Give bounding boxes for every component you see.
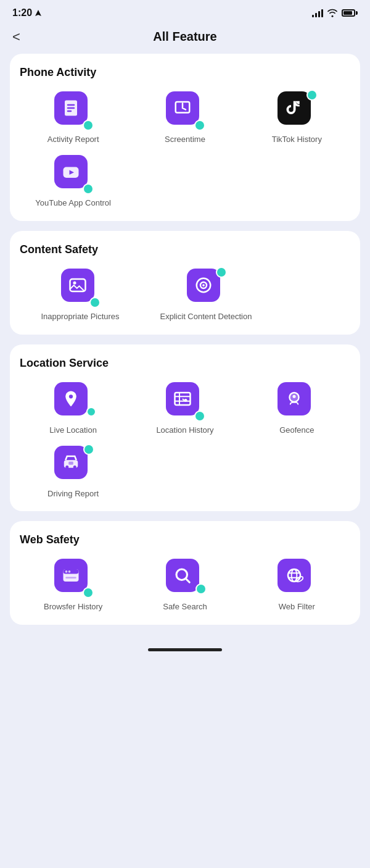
safe-search-label: Safe Search [163,602,207,612]
content-safety-card: Content Safety Inappropriate Pictures [10,231,360,335]
feature-item-browser-history[interactable]: Browsfer History [20,559,126,612]
inappropriate-pictures-icon [68,276,87,294]
geofence-icon [285,390,303,408]
wifi-icon [327,9,338,17]
safe-search-icon [173,566,192,585]
svg-rect-1 [67,104,75,106]
location-service-card: Location Service Live Location [10,344,360,512]
driving-report-icon-wrap [54,446,92,484]
signal-bars-icon [312,9,323,17]
safe-search-accent [195,583,207,595]
battery-icon [342,9,358,17]
driving-report-label: Driving Report [47,489,99,499]
tiktok-icon [285,99,303,117]
youtube-icon-base [54,155,88,188]
status-time: 1:20 [12,7,42,19]
back-button[interactable]: < [12,29,20,45]
header: < All Feature [0,23,370,54]
live-location-accent [86,407,96,417]
svg-point-14 [184,399,187,402]
svg-point-24 [68,570,70,573]
inappropriate-pictures-accent [89,297,101,308]
web-filter-icon-wrap [278,559,316,597]
driving-report-icon [62,453,80,472]
web-safety-grid: Browsfer History Safe Search [20,559,350,612]
explicit-content-icon-base [187,269,220,302]
web-safety-card: Web Safety Browsfer [10,521,360,625]
home-indicator [148,648,222,651]
svg-rect-3 [67,111,72,112]
activity-report-accent [83,120,94,131]
safe-search-icon-base [166,559,199,592]
feature-item-tiktok[interactable]: TikTok History [244,91,350,145]
svg-rect-25 [65,577,76,579]
live-location-icon-wrap [54,382,92,420]
youtube-accent [83,183,94,194]
youtube-label: YouTube App Control [35,198,111,209]
tiktok-icon-wrap [278,91,316,130]
live-location-label: Live Location [49,425,97,436]
youtube-icon-wrap [54,155,92,193]
location-service-grid: Live Location Location History [20,382,350,499]
browser-history-accent [83,587,94,598]
time-display: 1:20 [12,7,32,19]
svg-point-8 [73,282,76,285]
screentime-icon [173,99,192,117]
section-title-location-service: Location Service [20,357,350,370]
feature-item-activity-report[interactable]: Activity Report [20,91,126,145]
location-arrow-icon [35,9,42,17]
explicit-content-label: Explicit Content Detection [160,312,252,322]
web-filter-icon [285,566,303,585]
phone-activity-grid: Activity Report Screentime [20,91,350,209]
geofence-icon-wrap [278,382,316,420]
svg-point-23 [65,570,67,573]
location-history-label: Location History [156,425,213,436]
svg-rect-20 [68,461,73,464]
feature-item-web-filter[interactable]: Web Filter [244,559,350,612]
geofence-icon-base [278,382,311,415]
feature-item-location-history[interactable]: Location History [131,382,238,436]
section-title-web-safety: Web Safety [20,533,350,546]
explicit-content-icon-wrap [187,269,225,307]
browser-history-label: Browsfer History [44,602,102,612]
feature-item-driving-report[interactable]: Driving Report [20,446,126,499]
live-location-icon [62,390,80,408]
status-bar: 1:20 [0,0,370,23]
feature-item-explicit-content[interactable]: Explicit Content Detection [146,269,266,322]
browser-history-icon [62,566,80,585]
tiktok-accent [306,90,318,101]
geofence-label: Geofence [279,425,314,436]
activity-report-icon [62,99,80,117]
content-safety-grid: Inappropriate Pictures Explicit Content … [20,269,266,322]
youtube-icon [62,162,80,181]
section-title-phone-activity: Phone Activity [20,66,350,79]
feature-item-inappropriate-pictures[interactable]: Inappropriate Pictures [20,269,141,322]
svg-point-18 [65,465,68,469]
page-title: All Feature [153,30,216,44]
feature-item-screentime[interactable]: Screentime [131,91,238,145]
screentime-icon-wrap [166,91,204,130]
inappropriate-pictures-icon-base [61,269,94,302]
activity-report-icon-base [54,91,88,125]
status-icons [312,9,358,17]
svg-point-16 [293,394,296,398]
web-filter-label: Web Filter [279,602,315,612]
tiktok-icon-base [278,91,311,125]
svg-point-11 [202,284,205,286]
screentime-label: Screentime [165,135,205,145]
driving-report-icon-base [54,446,88,479]
phone-activity-card: Phone Activity Activity Report [10,54,360,221]
feature-item-geofence[interactable]: Geofence [244,382,350,436]
browser-history-icon-base [54,559,88,592]
browser-history-icon-wrap [54,559,92,597]
feature-item-youtube[interactable]: YouTube App Control [20,155,126,209]
feature-item-live-location[interactable]: Live Location [20,382,126,436]
location-history-icon-wrap [166,382,204,420]
svg-point-12 [69,394,73,398]
activity-report-icon-wrap [54,91,92,130]
activity-report-label: Activity Report [47,135,99,145]
feature-item-safe-search[interactable]: Safe Search [131,559,238,612]
content-area: Phone Activity Activity Report [0,54,370,637]
location-history-accent [194,411,205,422]
web-filter-icon-base [278,559,311,592]
